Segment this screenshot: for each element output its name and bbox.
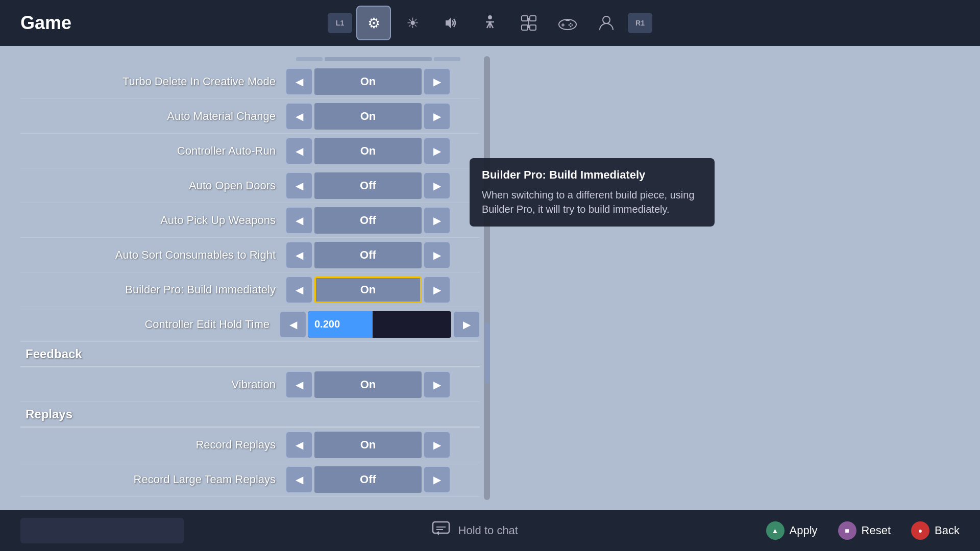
value-auto-material: On [314, 103, 422, 130]
svg-rect-3 [522, 25, 528, 30]
triangle-button-icon: ▲ [766, 521, 785, 540]
svg-point-14 [569, 24, 570, 26]
svg-rect-9 [566, 19, 570, 21]
footer: Hold to chat ▲ Apply ■ Reset ● Back [0, 510, 980, 551]
square-button-icon: ■ [838, 521, 856, 540]
section-feedback: Feedback [20, 342, 480, 367]
arrow-left-record-large-replays[interactable]: ◀ [286, 466, 312, 493]
setting-label-auto-material: Auto Material Change [20, 110, 286, 123]
arrow-right-record-replays[interactable]: ▶ [424, 432, 450, 458]
tooltip-title: Builder Pro: Build Immediately [482, 168, 702, 182]
arrow-right-edit-hold[interactable]: ▶ [453, 311, 480, 338]
svg-marker-18 [436, 531, 439, 535]
svg-point-0 [488, 15, 492, 19]
arrow-left-auto-sort[interactable]: ◀ [286, 242, 312, 268]
tab-settings[interactable]: ⚙ [356, 6, 391, 40]
setting-label-auto-pickup: Auto Pick Up Weapons [20, 214, 286, 227]
svg-point-12 [570, 23, 572, 24]
value-builder-pro: On [314, 277, 422, 303]
tab-audio[interactable] [434, 6, 469, 40]
scrollbar-thumb[interactable] [484, 322, 489, 384]
section-title-feedback: Feedback [20, 347, 480, 361]
section-replays: Replays [20, 402, 480, 428]
footer-actions: ▲ Apply ■ Reset ● Back [766, 521, 960, 540]
arrow-left-record-replays[interactable]: ◀ [286, 432, 312, 458]
setting-label-edit-hold: Controller Edit Hold Time [20, 318, 280, 331]
apply-action[interactable]: ▲ Apply [766, 521, 818, 540]
value-auto-doors: Off [314, 172, 422, 199]
svg-rect-1 [522, 16, 528, 21]
setting-record-replays: Record Replays ◀ On ▶ [20, 428, 480, 462]
arrow-left-edit-hold[interactable]: ◀ [280, 311, 306, 338]
settings-panel: Turbo Delete In Creative Mode ◀ On ▶ Aut… [20, 56, 480, 500]
main-content: Turbo Delete In Creative Mode ◀ On ▶ Aut… [0, 46, 980, 510]
svg-point-13 [572, 24, 573, 26]
setting-edit-hold: Controller Edit Hold Time ◀ 0.200 ▶ [20, 307, 480, 342]
arrow-left-builder-pro[interactable]: ◀ [286, 277, 312, 303]
arrow-left-auto-pickup[interactable]: ◀ [286, 207, 312, 234]
arrow-right-vibration[interactable]: ▶ [424, 371, 450, 398]
arrow-right-auto-run[interactable]: ▶ [424, 138, 450, 164]
value-turbo-delete: On [314, 68, 422, 95]
footer-input-placeholder [20, 518, 184, 543]
arrow-left-vibration[interactable]: ◀ [286, 371, 312, 398]
setting-label-record-large-replays: Record Large Team Replays [20, 473, 286, 486]
slider-filled-edit-hold: 0.200 [308, 311, 373, 338]
circle-button-icon: ● [911, 521, 929, 540]
tab-brightness[interactable]: ☀ [395, 6, 430, 40]
value-auto-run: On [314, 138, 422, 164]
setting-label-record-replays: Record Replays [20, 438, 286, 452]
control-auto-pickup: ◀ Off ▶ [286, 207, 450, 234]
back-label: Back [935, 524, 960, 537]
reset-label: Reset [862, 524, 891, 537]
setting-record-large-replays: Record Large Team Replays ◀ Off ▶ [20, 462, 480, 497]
hold-to-chat-text: Hold to chat [458, 524, 518, 537]
arrow-right-auto-material[interactable]: ▶ [424, 103, 450, 130]
arrow-right-auto-sort[interactable]: ▶ [424, 242, 450, 268]
tab-l1[interactable]: L1 [328, 13, 352, 33]
arrow-left-auto-run[interactable]: ◀ [286, 138, 312, 164]
reset-action[interactable]: ■ Reset [838, 521, 891, 540]
arrow-right-builder-pro[interactable]: ▶ [424, 277, 450, 303]
scrollbar-track[interactable] [484, 56, 490, 500]
control-record-replays: ◀ On ▶ [286, 432, 450, 458]
setting-auto-sort: Auto Sort Consumables to Right ◀ Off ▶ [20, 238, 480, 272]
setting-vibration: Vibration ◀ On ▶ [20, 367, 480, 402]
tab-network[interactable] [511, 6, 546, 40]
tooltip-body: When switching to a different build piec… [482, 188, 702, 216]
svg-point-15 [570, 26, 572, 28]
arrow-right-auto-doors[interactable]: ▶ [424, 172, 450, 199]
section-title-replays: Replays [20, 407, 480, 421]
header: Game L1 ⚙ ☀ [0, 0, 980, 46]
arrow-left-auto-doors[interactable]: ◀ [286, 172, 312, 199]
arrow-left-turbo-delete[interactable]: ◀ [286, 68, 312, 95]
control-auto-doors: ◀ Off ▶ [286, 172, 450, 199]
tab-account[interactable] [589, 6, 624, 40]
svg-rect-4 [530, 25, 536, 30]
value-record-replays: On [314, 432, 422, 458]
setting-turbo-delete: Turbo Delete In Creative Mode ◀ On ▶ [20, 64, 480, 99]
tab-r1[interactable]: R1 [628, 13, 652, 33]
page-title: Game [20, 12, 71, 34]
control-builder-pro: ◀ On ▶ [286, 277, 450, 303]
setting-label-vibration: Vibration [20, 378, 286, 391]
arrow-right-turbo-delete[interactable]: ▶ [424, 68, 450, 95]
arrow-right-record-large-replays[interactable]: ▶ [424, 466, 450, 493]
setting-label-turbo-delete: Turbo Delete In Creative Mode [20, 75, 286, 88]
arrow-right-auto-pickup[interactable]: ▶ [424, 207, 450, 234]
nav-tabs: L1 ⚙ ☀ [328, 6, 652, 40]
control-edit-hold: ◀ 0.200 ▶ [280, 311, 480, 338]
arrow-left-auto-material[interactable]: ◀ [286, 103, 312, 130]
control-auto-sort: ◀ Off ▶ [286, 242, 450, 268]
control-vibration: ◀ On ▶ [286, 371, 450, 398]
setting-label-auto-doors: Auto Open Doors [20, 179, 286, 192]
setting-label-auto-run: Controller Auto-Run [20, 144, 286, 158]
setting-label-auto-sort: Auto Sort Consumables to Right [20, 248, 286, 262]
back-action[interactable]: ● Back [911, 521, 960, 540]
setting-builder-pro: Builder Pro: Build Immediately ◀ On ▶ [20, 272, 480, 307]
slider-edit-hold[interactable]: 0.200 [308, 311, 451, 338]
setting-auto-doors: Auto Open Doors ◀ Off ▶ [20, 168, 480, 203]
tab-accessibility[interactable] [473, 6, 507, 40]
setting-auto-material: Auto Material Change ◀ On ▶ [20, 99, 480, 134]
tab-controller[interactable] [550, 6, 585, 40]
